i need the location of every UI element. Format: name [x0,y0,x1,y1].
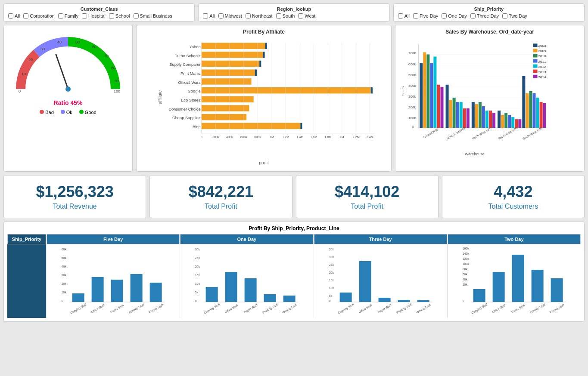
svg-rect-102 [426,54,429,128]
kpi-customers-label: Total Customers [488,203,538,210]
svg-rect-116 [472,102,475,128]
three-day-header: Three Day [314,234,447,244]
filter-one-day[interactable]: One Day [442,13,467,18]
filter-west[interactable]: West [298,13,315,18]
svg-text:10k: 10k [195,282,200,285]
filter-three-day[interactable]: Three Day [470,13,499,18]
svg-rect-31 [371,87,373,93]
svg-text:20k: 20k [62,282,67,285]
svg-rect-168 [225,272,237,302]
gauge-ratio: Ratio 45% [54,99,83,106]
svg-text:Printing Stuff: Printing Stuff [395,303,412,314]
filter-school[interactable]: School [109,13,130,18]
svg-text:20: 20 [28,58,33,62]
svg-rect-124 [498,111,501,128]
svg-text:300k: 300k [408,95,416,99]
filter-two-day[interactable]: Two Day [502,13,527,18]
filter-five-day[interactable]: Five Day [413,13,438,18]
svg-text:Writing Stuff: Writing Stuff [148,303,164,314]
three-day-chart: 35k 30k 25k 20k 15k 10k 5k 0 Copying Stu… [314,244,447,318]
svg-rect-37 [202,114,246,120]
svg-rect-186 [339,293,352,302]
svg-text:60k: 60k [462,273,467,276]
svg-text:60k: 60k [62,248,67,251]
filter-family[interactable]: Family [58,13,78,18]
sales-warehouse-svg: 2008 2009 2010 2011 2012 2013 2014 0 100… [399,37,581,166]
svg-text:80: 80 [111,66,115,70]
filter-ship-all[interactable]: All [398,13,410,18]
svg-rect-171 [283,296,296,302]
svg-text:140k: 140k [462,252,469,255]
five-day-svg: 60k 50k 40k 30k 20k 10k 0 [48,246,178,315]
svg-text:0: 0 [62,299,63,302]
svg-text:70: 70 [104,54,109,58]
svg-rect-17 [265,43,267,49]
svg-text:sales: sales [401,86,405,96]
svg-text:600k: 600k [408,62,416,66]
one-day-chart: 30k 25k 20k 15k 10k 5k 0 Copying Stuff O… [180,244,313,318]
filter-hospital[interactable]: Hospital [82,13,106,18]
svg-text:Copying Stuff: Copying Stuff [337,303,354,315]
svg-rect-72 [533,54,537,57]
svg-text:35k: 35k [329,248,334,251]
svg-rect-127 [508,115,511,128]
svg-text:40k: 40k [462,278,467,281]
svg-rect-207 [492,272,504,302]
filter-corporation[interactable]: Corporation [23,13,54,18]
svg-rect-26 [255,69,257,75]
svg-text:80k: 80k [462,268,467,271]
svg-rect-119 [482,106,485,128]
svg-text:60: 60 [92,45,96,49]
filter-northeast[interactable]: Northeast [246,13,273,18]
kpi-revenue-label: Total Revenue [53,203,96,210]
filter-south[interactable]: South [276,13,295,18]
svg-text:1.6M: 1.6M [310,135,317,139]
one-day-header: One Day [180,234,313,244]
svg-rect-39 [202,123,301,129]
svg-rect-169 [245,278,257,302]
svg-rect-40 [300,123,302,129]
svg-rect-153 [150,283,162,302]
svg-rect-104 [433,57,436,128]
two-day-header: Two Day [448,234,581,244]
svg-rect-76 [533,65,537,68]
svg-text:120k: 120k [462,257,469,260]
svg-text:Central W05: Central W05 [423,128,439,139]
customer-class-title: Customer_Class [8,6,190,12]
svg-text:2010: 2010 [538,55,546,59]
svg-text:North East W03: North East W03 [446,126,466,140]
svg-rect-114 [467,108,470,128]
two-day-svg: 160k 140k 120k 100k 80k 60k 40k 20k 0 Co… [449,246,579,315]
svg-text:10k: 10k [329,287,334,290]
svg-point-12 [65,86,71,92]
svg-text:1M: 1M [270,135,274,139]
svg-rect-132 [522,76,525,128]
filter-midwest[interactable]: Midwest [218,13,242,18]
svg-rect-121 [489,111,492,128]
svg-text:5k: 5k [195,291,199,294]
profit-affiliate-title: Profit By Affiliate [140,29,388,35]
svg-text:500k: 500k [408,73,416,77]
svg-text:Warehouse: Warehouse [465,152,485,156]
svg-text:Copying Stuff: Copying Stuff [471,303,488,315]
svg-line-11 [56,55,68,89]
svg-rect-78 [533,70,537,73]
svg-rect-112 [460,102,463,128]
sales-warehouse-chart: Sales By Warehouse, Ord_date-year 2008 2… [395,25,585,172]
svg-text:400k: 400k [408,84,416,88]
svg-text:Print Manic: Print Manic [180,71,201,76]
bottom-charts-content: 60k 50k 40k 30k 20k 10k 0 [7,244,581,318]
svg-rect-35 [202,105,249,111]
svg-text:2012: 2012 [538,65,546,69]
svg-text:0: 0 [19,89,21,93]
svg-text:200k: 200k [408,105,416,109]
svg-rect-138 [543,103,546,128]
svg-text:600k: 600k [240,135,247,139]
profit-affiliate-svg: affiliate profit Yahoo Turbo Schoolz Sup… [140,37,388,166]
svg-rect-19 [202,52,263,58]
svg-rect-80 [533,75,537,78]
svg-rect-152 [131,274,143,302]
filter-small-business[interactable]: Small Business [134,13,172,18]
filter-all[interactable]: All [8,13,20,18]
filter-region-all[interactable]: All [203,13,215,18]
